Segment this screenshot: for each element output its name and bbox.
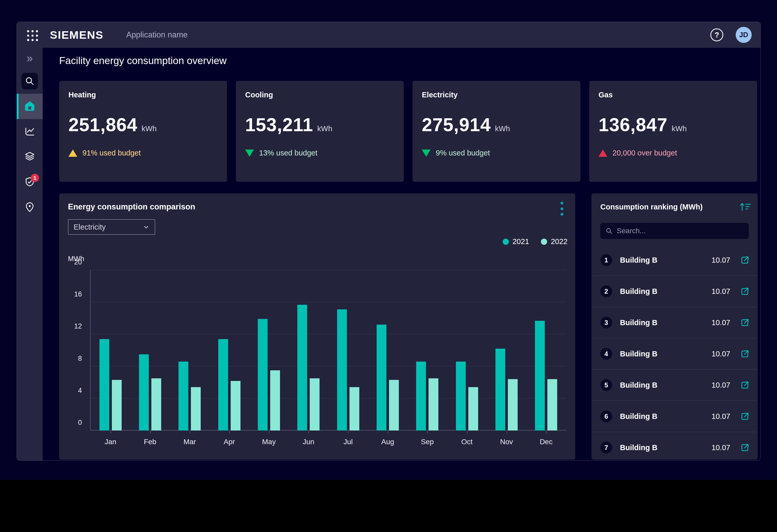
kpi-title: Gas <box>598 91 748 99</box>
bar-2021-oct <box>456 362 466 430</box>
legend-dot-2022 <box>541 239 547 245</box>
ranking-row: 3 Building B 10.07 <box>591 307 758 338</box>
ranking-row: 7 Building B 10.07 <box>591 432 758 460</box>
x-axis-label: Nov <box>487 438 526 446</box>
energy-type-dropdown[interactable]: Electricity <box>68 219 155 235</box>
dropdown-value: Electricity <box>74 223 106 231</box>
rank-number-badge: 2 <box>600 285 612 297</box>
bar-2021-may <box>258 319 267 430</box>
bar-2021-feb <box>139 354 149 430</box>
sidebar-item-locations[interactable] <box>17 195 42 220</box>
app-header: SIEMENS Application name ? JD <box>17 22 761 48</box>
trend-triangle-icon <box>245 149 254 157</box>
app-window: SIEMENS Application name ? JD » <box>16 22 761 461</box>
sidebar-expand-button[interactable]: » <box>17 48 42 69</box>
x-axis-label: Jan <box>91 438 130 446</box>
building-name: Building B <box>620 412 657 421</box>
rank-number-badge: 4 <box>600 348 612 360</box>
bar-2022-jul <box>349 387 359 430</box>
bar-2022-jan <box>112 380 122 430</box>
layers-icon <box>24 151 35 163</box>
x-axis-label: Jun <box>289 438 328 446</box>
bar-2022-may <box>270 370 280 430</box>
building-name: Building B <box>620 381 657 389</box>
external-link-icon[interactable] <box>740 318 750 327</box>
bar-group-jun: Jun <box>289 270 328 430</box>
sidebar-item-layers[interactable] <box>17 144 42 170</box>
legend-label-2022: 2022 <box>551 237 567 246</box>
sidebar: » <box>17 48 42 460</box>
kpi-unit: kWh <box>672 124 687 133</box>
x-axis-label: Oct <box>447 438 487 446</box>
consumption-value: 10.07 <box>711 350 730 358</box>
bar-group-apr: Apr <box>210 270 249 430</box>
sidebar-item-trends[interactable] <box>17 119 42 144</box>
search-input[interactable] <box>617 227 744 235</box>
kpi-value: 136,847 <box>598 114 667 135</box>
bar-2021-jul <box>337 309 347 430</box>
bar-2021-aug <box>376 324 386 430</box>
kpi-title: Cooling <box>245 91 395 99</box>
kpi-status-text: 91% used budget <box>82 149 141 157</box>
search-icon <box>21 73 38 89</box>
energy-comparison-card: Energy consumption comparison Electricit… <box>59 193 575 460</box>
bar-2021-sep <box>416 362 426 430</box>
sidebar-item-compliance[interactable]: 1 <box>17 170 42 195</box>
bar-group-feb: Feb <box>130 270 170 430</box>
bar-2022-jun <box>310 378 320 430</box>
bar-2022-dec <box>547 379 557 430</box>
app-launcher-icon[interactable] <box>25 29 38 41</box>
kpi-card: Heating 251,864 kWh 91% used budget <box>59 81 227 182</box>
external-link-icon[interactable] <box>740 380 750 390</box>
chevron-down-icon <box>143 224 149 230</box>
kebab-menu-icon[interactable] <box>556 200 567 217</box>
ranking-row: 1 Building B 10.07 <box>591 245 758 276</box>
sort-icon[interactable] <box>740 202 751 213</box>
legend-item-2021[interactable]: 2021 <box>503 237 529 246</box>
trend-chart-icon <box>24 126 35 138</box>
x-axis-label: Dec <box>527 438 566 446</box>
rank-number-badge: 6 <box>600 410 612 422</box>
bar-2022-feb <box>151 378 161 430</box>
kpi-value: 251,864 <box>69 114 137 135</box>
x-axis-label: Jul <box>328 438 368 446</box>
bar-group-oct: Oct <box>447 270 487 430</box>
kpi-card-row: Heating 251,864 kWh 91% used budget Cool… <box>59 81 757 182</box>
home-icon <box>24 100 36 113</box>
kpi-unit: kWh <box>317 124 332 133</box>
x-axis-label: Aug <box>368 438 407 446</box>
rank-number-badge: 7 <box>600 442 612 453</box>
external-link-icon[interactable] <box>740 255 750 265</box>
legend-dot-2021 <box>503 239 509 245</box>
bar-group-nov: Nov <box>487 270 526 430</box>
kpi-status-text: 20,000 over budget <box>613 149 677 157</box>
y-axis-tick: 12 <box>74 322 82 330</box>
building-name: Building B <box>620 350 657 358</box>
bar-2021-apr <box>218 339 228 430</box>
sidebar-item-search[interactable] <box>17 69 42 94</box>
y-axis-tick: 20 <box>74 258 82 266</box>
bar-group-sep: Sep <box>408 270 447 430</box>
external-link-icon[interactable] <box>740 443 750 452</box>
user-avatar[interactable]: JD <box>736 27 752 43</box>
consumption-value: 10.07 <box>711 318 730 327</box>
kpi-title: Electricity <box>422 91 571 99</box>
y-axis-tick: 0 <box>78 419 82 427</box>
trend-triangle-icon <box>598 149 607 157</box>
external-link-icon[interactable] <box>740 286 750 296</box>
location-pin-icon <box>24 202 35 214</box>
rank-number-badge: 1 <box>600 254 612 266</box>
ranking-title: Consumption ranking (MWh) <box>600 203 702 211</box>
ranking-row: 5 Building B 10.07 <box>591 370 758 401</box>
y-axis-tick: 16 <box>74 290 82 298</box>
application-name: Application name <box>126 30 188 39</box>
building-name: Building B <box>620 287 657 296</box>
external-link-icon[interactable] <box>740 411 750 421</box>
bar-2022-nov <box>508 379 518 430</box>
sidebar-item-home[interactable] <box>17 94 42 119</box>
external-link-icon[interactable] <box>740 349 750 359</box>
legend-item-2022[interactable]: 2022 <box>541 237 567 246</box>
trend-triangle-icon <box>69 149 77 157</box>
bar-2022-aug <box>389 380 399 430</box>
help-icon[interactable]: ? <box>710 28 723 41</box>
